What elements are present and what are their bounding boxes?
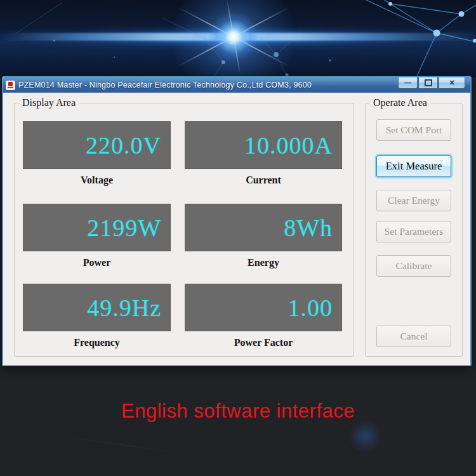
display-area-legend: Display Area bbox=[19, 97, 79, 109]
window-title: PZEM014 Master - Ningbo Peacefair Electr… bbox=[18, 81, 312, 89]
frequency-value: 49.9Hz bbox=[87, 294, 161, 322]
display-cell-current: 10.000A Current bbox=[185, 121, 342, 186]
background-banner bbox=[0, 0, 476, 77]
close-button[interactable]: ✕ bbox=[439, 77, 465, 89]
minimize-button[interactable]: — bbox=[398, 77, 418, 89]
exit-measure-button[interactable]: Exit Measure bbox=[376, 155, 451, 177]
power-factor-readout: 1.00 bbox=[185, 284, 342, 331]
caption-text: English software interface bbox=[0, 400, 476, 423]
power-factor-label: Power Factor bbox=[185, 337, 342, 348]
power-value: 2199W bbox=[87, 214, 161, 242]
voltage-label: Voltage bbox=[23, 175, 171, 186]
close-icon: ✕ bbox=[449, 79, 454, 86]
display-cell-power: 2199W Power bbox=[23, 204, 171, 268]
background-glow bbox=[348, 420, 383, 452]
client-area: Display Area 220.0V Voltage 10.000A Curr… bbox=[3, 93, 470, 366]
power-factor-value: 1.00 bbox=[288, 294, 333, 322]
display-cell-energy: 8Wh Energy bbox=[185, 204, 342, 268]
current-readout: 10.000A bbox=[185, 121, 342, 169]
maximize-icon bbox=[425, 79, 432, 86]
operate-area-groupbox: Operate Area Set COM Port Exit Measure C… bbox=[365, 103, 463, 357]
current-value: 10.000A bbox=[244, 131, 333, 159]
titlebar[interactable]: PZEM014 Master - Ningbo Peacefair Electr… bbox=[3, 77, 470, 93]
minimize-icon: — bbox=[404, 79, 411, 86]
energy-value: 8Wh bbox=[284, 214, 333, 242]
app-icon bbox=[6, 81, 15, 90]
operate-area-legend: Operate Area bbox=[370, 97, 430, 109]
set-com-port-button[interactable]: Set COM Port bbox=[376, 119, 451, 141]
display-cell-frequency: 49.9Hz Frequency bbox=[23, 284, 171, 348]
calibrate-button[interactable]: Calibrate bbox=[376, 255, 451, 277]
set-parameters-button[interactable]: Set Parameters bbox=[376, 221, 451, 242]
constellation-graphic bbox=[0, 0, 476, 77]
frequency-label: Frequency bbox=[23, 337, 171, 348]
energy-label: Energy bbox=[185, 257, 342, 268]
maximize-button[interactable] bbox=[418, 77, 438, 89]
energy-readout: 8Wh bbox=[185, 204, 342, 251]
screenshot-root: PZEM014 Master - Ningbo Peacefair Electr… bbox=[0, 0, 476, 476]
display-cell-voltage: 220.0V Voltage bbox=[23, 121, 171, 186]
voltage-value: 220.0V bbox=[86, 131, 161, 159]
frequency-readout: 49.9Hz bbox=[23, 284, 171, 331]
power-label: Power bbox=[23, 257, 171, 268]
display-cell-power-factor: 1.00 Power Factor bbox=[185, 284, 342, 348]
window-controls: — ✕ bbox=[397, 77, 465, 89]
current-label: Current bbox=[185, 175, 342, 186]
clear-energy-button[interactable]: Clear Energy bbox=[376, 190, 451, 211]
voltage-readout: 220.0V bbox=[23, 121, 171, 169]
power-readout: 2199W bbox=[23, 204, 171, 251]
cancel-button[interactable]: Cancel bbox=[376, 326, 451, 347]
display-area-groupbox: Display Area 220.0V Voltage 10.000A Curr… bbox=[14, 103, 354, 357]
app-window: PZEM014 Master - Ningbo Peacefair Electr… bbox=[2, 76, 472, 366]
background-line bbox=[39, 433, 202, 456]
